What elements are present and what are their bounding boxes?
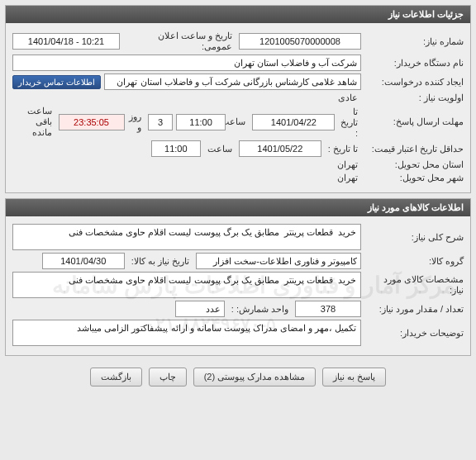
field-validity-date: [239, 140, 321, 157]
buyer-contact-button[interactable]: اطلاعات تماس خریدار: [12, 75, 101, 89]
row-req-no: شماره نیاز: تاریخ و ساعت اعلان عمومی:: [12, 31, 464, 52]
label-goods-group: گروه کالا:: [364, 256, 464, 267]
label-province: استان محل تحویل:: [364, 159, 464, 170]
reply-button[interactable]: پاسخ به نیاز: [322, 368, 386, 386]
action-bar: پاسخ به نیاز مشاهده مدارک پیوستی (2) چاپ…: [0, 361, 476, 393]
label-time-1: ساعت: [229, 116, 249, 127]
value-province: تهران: [334, 159, 361, 170]
field-deadline-date: [252, 114, 335, 130]
field-overview: [12, 224, 361, 250]
panel-goods-info: اطلاعات کالاهای مورد نیاز مرکز آمار و فن…: [5, 198, 471, 356]
panel-need-details-header: جزئیات اطلاعات نیاز: [6, 6, 470, 23]
label-to-date-1: تا تاریخ :: [338, 107, 361, 138]
label-buyer-notes: توضیحات خریدار:: [364, 328, 464, 339]
panel-goods-body: مرکز آمار و فناوری اطلاعات پارس سامانه ۰…: [6, 216, 470, 355]
label-ann-datetime: تاریخ و ساعت اعلان عمومی:: [123, 31, 236, 52]
row-validity: حداقل تاریخ اعتبار قیمت: تا تاریخ : ساعت: [12, 140, 464, 157]
field-req-no: [239, 33, 361, 50]
field-countdown-time: [59, 114, 125, 130]
label-unit: واحد شمارش: :: [228, 304, 292, 315]
field-goods-group: [196, 253, 361, 269]
label-buyer-org: نام دستگاه خریدار:: [364, 58, 464, 69]
label-requester: ایجاد کننده درخواست:: [364, 77, 464, 88]
attachments-button[interactable]: مشاهده مدارک پیوستی (2): [193, 368, 317, 386]
row-province: استان محل تحویل: تهران: [12, 159, 464, 170]
panel-need-details: جزئیات اطلاعات نیاز شماره نیاز: تاریخ و …: [5, 5, 471, 193]
row-item-spec: مشخصات کالای مورد نیاز:: [12, 272, 464, 298]
label-item-spec: مشخصات کالای مورد نیاز:: [364, 274, 464, 296]
field-requester: [104, 74, 361, 90]
value-city: تهران: [334, 173, 361, 183]
label-validity: حداقل تاریخ اعتبار قیمت:: [364, 144, 464, 154]
field-validity-time: [151, 140, 201, 157]
label-deadline: مهلت ارسال پاسخ:: [364, 116, 464, 127]
field-buyer-org: [12, 55, 361, 71]
label-city: شهر محل تحویل:: [364, 173, 464, 183]
field-deadline-time: [176, 114, 226, 130]
field-unit: [175, 301, 225, 317]
label-remaining: ساعت باقی مانده: [12, 106, 55, 138]
back-button[interactable]: بازگشت: [90, 368, 142, 386]
label-qty: تعداد / مقدار مورد نیاز:: [364, 304, 464, 315]
label-priority: اولویت نیاز :: [364, 92, 464, 103]
label-days: روز و: [128, 111, 145, 133]
row-goods-group: گروه کالا: تاریخ نیاز به کالا:: [12, 253, 464, 269]
row-buyer-notes: توضیحات خریدار:: [12, 320, 464, 346]
value-priority: عادی: [335, 92, 361, 103]
row-qty: تعداد / مقدار مورد نیاز: واحد شمارش: :: [12, 301, 464, 317]
panel-goods-header: اطلاعات کالاهای مورد نیاز: [6, 199, 470, 216]
field-qty: [295, 301, 361, 317]
row-requester: ایجاد کننده درخواست: اطلاعات تماس خریدار: [12, 74, 464, 90]
row-buyer-org: نام دستگاه خریدار:: [12, 55, 464, 71]
label-to-date-2: تا تاریخ :: [325, 144, 361, 154]
label-req-no: شماره نیاز:: [364, 36, 464, 47]
field-countdown-days: [148, 114, 173, 130]
row-city: شهر محل تحویل: تهران: [12, 173, 464, 183]
row-overview: شرح کلی نیاز:: [12, 224, 464, 250]
field-need-date: [42, 253, 125, 269]
print-button[interactable]: چاپ: [149, 368, 187, 386]
label-overview: شرح کلی نیاز:: [364, 232, 464, 243]
label-need-date: تاریخ نیاز به کالا:: [128, 256, 193, 267]
field-ann-datetime: [12, 33, 120, 50]
row-priority: اولویت نیاز : عادی: [12, 92, 464, 103]
label-time-2: ساعت: [204, 144, 236, 154]
field-buyer-notes: [12, 320, 361, 346]
field-item-spec: [12, 272, 361, 298]
panel-need-details-body: شماره نیاز: تاریخ و ساعت اعلان عمومی: نا…: [6, 23, 470, 192]
row-deadline: مهلت ارسال پاسخ: تا تاریخ : ساعت روز و س…: [12, 106, 464, 138]
